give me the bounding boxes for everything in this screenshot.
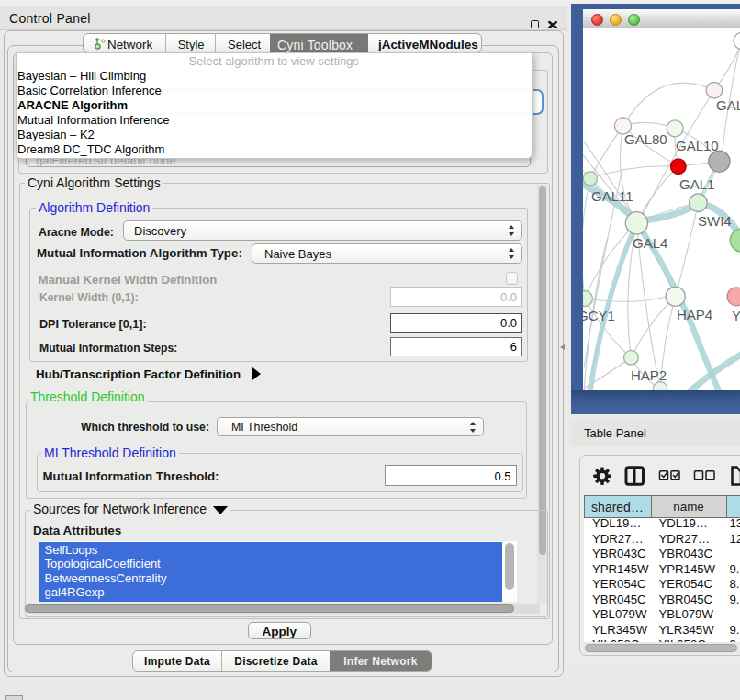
svg-text:GAL4: GAL4 (633, 235, 667, 251)
svg-text:GAL11: GAL11 (591, 188, 633, 204)
svg-text:YB: YB (732, 307, 740, 322)
svg-text:GAL1: GAL1 (679, 176, 714, 192)
svg-text:HAP2: HAP2 (631, 367, 667, 383)
svg-text:GAL10: GAL10 (676, 137, 719, 152)
svg-text:GAL7: GAL7 (716, 96, 740, 112)
svg-text:HAP4: HAP4 (677, 306, 712, 322)
svg-text:GCY1: GCY1 (583, 308, 615, 323)
svg-text:GAL80: GAL80 (624, 130, 667, 146)
svg-text:SWI4: SWI4 (698, 213, 732, 229)
